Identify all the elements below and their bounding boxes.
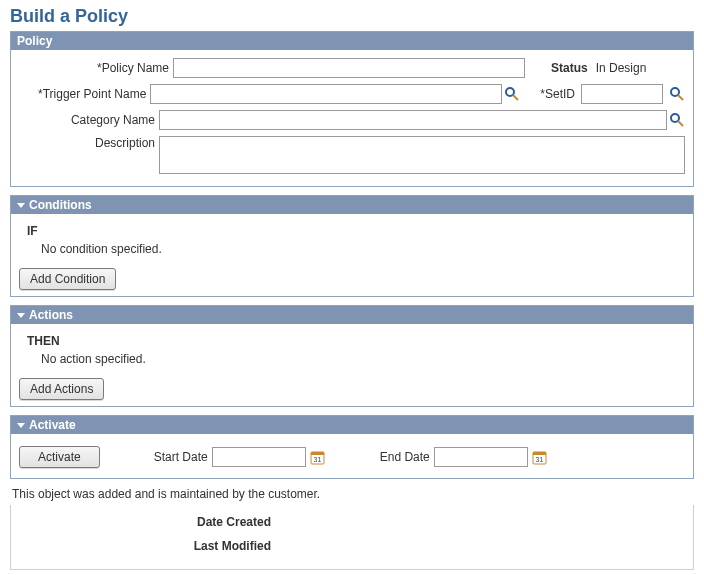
footnote-text: This object was added and is maintained … [12, 487, 694, 501]
section-policy: Policy *Policy Name Status In Design *Tr… [10, 31, 694, 187]
setid-label: *SetID [540, 87, 575, 101]
add-actions-button[interactable]: Add Actions [19, 378, 104, 400]
meta-block: Date Created Last Modified [10, 505, 694, 570]
section-header-activate[interactable]: Activate [11, 416, 693, 434]
category-input[interactable] [159, 110, 667, 130]
section-header-conditions[interactable]: Conditions [11, 196, 693, 214]
status-value: In Design [596, 61, 647, 75]
page-title: Build a Policy [10, 6, 694, 27]
svg-line-5 [678, 121, 683, 126]
description-label: Description [19, 136, 159, 150]
activate-button[interactable]: Activate [19, 446, 100, 468]
trigger-point-input[interactable] [150, 84, 502, 104]
svg-text:31: 31 [536, 456, 544, 463]
section-header-conditions-label: Conditions [29, 198, 92, 212]
end-date-input[interactable] [434, 447, 528, 467]
section-actions: Actions THEN No action specified. Add Ac… [10, 305, 694, 407]
description-input[interactable] [159, 136, 685, 174]
collapse-icon [17, 203, 25, 208]
collapse-icon [17, 423, 25, 428]
add-condition-button[interactable]: Add Condition [19, 268, 116, 290]
collapse-icon [17, 313, 25, 318]
trigger-point-label: *Trigger Point Name [19, 87, 150, 101]
actions-then-label: THEN [27, 334, 685, 348]
calendar-icon[interactable]: 31 [532, 449, 548, 465]
section-header-actions[interactable]: Actions [11, 306, 693, 324]
section-header-activate-label: Activate [29, 418, 76, 432]
svg-line-3 [678, 95, 683, 100]
svg-point-0 [506, 88, 514, 96]
svg-point-2 [671, 88, 679, 96]
section-header-policy: Policy [11, 32, 693, 50]
svg-text:31: 31 [314, 456, 322, 463]
start-date-input[interactable] [212, 447, 306, 467]
policy-name-label: *Policy Name [19, 61, 173, 75]
svg-line-1 [513, 95, 518, 100]
calendar-icon[interactable]: 31 [310, 449, 326, 465]
policy-name-input[interactable] [173, 58, 525, 78]
section-body-policy: *Policy Name Status In Design *Trigger P… [11, 50, 693, 186]
svg-rect-7 [311, 452, 324, 455]
conditions-if-label: IF [27, 224, 685, 238]
date-created-label: Date Created [11, 515, 271, 529]
setid-input[interactable] [581, 84, 663, 104]
lookup-icon[interactable] [669, 86, 685, 102]
section-header-actions-label: Actions [29, 308, 73, 322]
start-date-label: Start Date [154, 450, 208, 464]
section-activate: Activate Activate Start Date 31 End Date… [10, 415, 694, 479]
lookup-icon[interactable] [669, 112, 685, 128]
conditions-empty-msg: No condition specified. [41, 242, 685, 256]
actions-empty-msg: No action specified. [41, 352, 685, 366]
svg-point-4 [671, 114, 679, 122]
svg-rect-10 [533, 452, 546, 455]
section-conditions: Conditions IF No condition specified. Ad… [10, 195, 694, 297]
last-modified-label: Last Modified [11, 539, 271, 553]
lookup-icon[interactable] [504, 86, 520, 102]
category-label: Category Name [19, 113, 159, 127]
status-label: Status [551, 61, 588, 75]
end-date-label: End Date [380, 450, 430, 464]
section-header-policy-label: Policy [17, 34, 52, 48]
